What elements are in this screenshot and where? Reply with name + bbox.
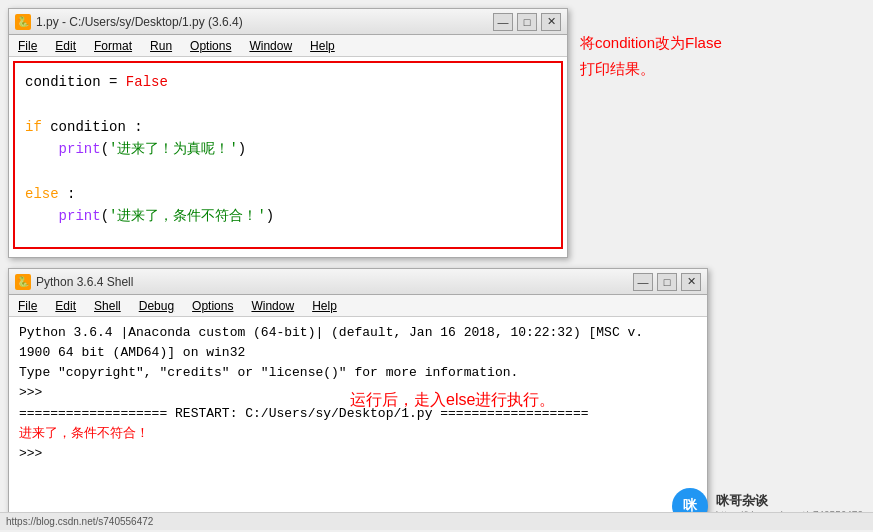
shell-icon: 🐍 (15, 274, 31, 290)
editor-controls: — □ ✕ (493, 13, 561, 31)
shell-title-left: 🐍 Python 3.6.4 Shell (15, 274, 133, 290)
shell-title-text: Python 3.6.4 Shell (36, 275, 133, 289)
editor-icon: 🐍 (15, 14, 31, 30)
annotation-line1: 将condition改为Flase (580, 30, 840, 56)
code-line-2: if condition : (25, 116, 551, 138)
shell-header-2: 1900 64 bit (AMD64)] on win32 (19, 343, 697, 363)
shell-header-1: Python 3.6.4 |Anaconda custom (64-bit)| … (19, 323, 697, 343)
code-line-3: print('进来了！为真呢！') (25, 138, 551, 160)
menu-window[interactable]: Window (246, 38, 295, 54)
code-line-1: condition = False (25, 71, 551, 93)
code-token: ) (238, 138, 246, 160)
bottom-annotation: 运行后，走入else进行执行。 (350, 390, 555, 411)
code-token (25, 205, 59, 227)
code-token-false: False (126, 71, 168, 93)
code-token-else: else (25, 183, 59, 205)
code-line-blank2 (25, 161, 551, 183)
code-token: : (59, 183, 76, 205)
shell-menu-bar: File Edit Shell Debug Options Window Hel… (9, 295, 707, 317)
shell-prompt-2: >>> (19, 444, 697, 464)
code-token: condition = (25, 71, 126, 93)
code-token-print: print (59, 138, 101, 160)
shell-controls: — □ ✕ (633, 273, 701, 291)
menu-format[interactable]: Format (91, 38, 135, 54)
shell-menu-help[interactable]: Help (309, 298, 340, 314)
shell-close-btn[interactable]: ✕ (681, 273, 701, 291)
shell-menu-file[interactable]: File (15, 298, 40, 314)
url-bar: https://blog.csdn.net/s740556472 (0, 512, 873, 530)
code-token: ( (101, 205, 109, 227)
code-token-print2: print (59, 205, 101, 227)
shell-title-bar: 🐍 Python 3.6.4 Shell — □ ✕ (9, 269, 707, 295)
code-token-if: if (25, 116, 42, 138)
menu-file[interactable]: File (15, 38, 40, 54)
editor-window: 🐍 1.py - C:/Users/sy/Desktop/1.py (3.6.4… (8, 8, 568, 258)
editor-title-text: 1.py - C:/Users/sy/Desktop/1.py (3.6.4) (36, 15, 243, 29)
menu-edit[interactable]: Edit (52, 38, 79, 54)
shell-menu-options[interactable]: Options (189, 298, 236, 314)
menu-help[interactable]: Help (307, 38, 338, 54)
watermark-name: 咪哥杂谈 (716, 492, 863, 510)
url-text: https://blog.csdn.net/s740556472 (6, 516, 153, 527)
top-annotation: 将condition改为Flase 打印结果。 (580, 30, 840, 81)
code-token: ) (266, 205, 274, 227)
code-line-blank1 (25, 93, 551, 115)
editor-menu-bar: File Edit Format Run Options Window Help (9, 35, 567, 57)
menu-options[interactable]: Options (187, 38, 234, 54)
shell-menu-debug[interactable]: Debug (136, 298, 177, 314)
editor-title-left: 🐍 1.py - C:/Users/sy/Desktop/1.py (3.6.4… (15, 14, 243, 30)
editor-close-btn[interactable]: ✕ (541, 13, 561, 31)
code-token: condition : (42, 116, 143, 138)
code-token-str: '进来了！为真呢！' (109, 138, 238, 160)
shell-header-3: Type "copyright", "credits" or "license(… (19, 363, 697, 383)
code-editor-area[interactable]: condition = False if condition : print('… (13, 61, 563, 249)
code-line-5: print('进来了，条件不符合！') (25, 205, 551, 227)
editor-minimize-btn[interactable]: — (493, 13, 513, 31)
menu-run[interactable]: Run (147, 38, 175, 54)
annotation-line2: 打印结果。 (580, 56, 840, 82)
shell-output-area[interactable]: Python 3.6.4 |Anaconda custom (64-bit)| … (9, 317, 707, 517)
code-line-4: else : (25, 183, 551, 205)
code-token-str2: '进来了，条件不符合！' (109, 205, 266, 227)
code-token (25, 138, 59, 160)
editor-title-bar: 🐍 1.py - C:/Users/sy/Desktop/1.py (3.6.4… (9, 9, 567, 35)
code-token: ( (101, 138, 109, 160)
shell-menu-shell[interactable]: Shell (91, 298, 124, 314)
shell-minimize-btn[interactable]: — (633, 273, 653, 291)
shell-menu-edit[interactable]: Edit (52, 298, 79, 314)
shell-output-result: 进来了，条件不符合！ (19, 424, 697, 444)
editor-maximize-btn[interactable]: □ (517, 13, 537, 31)
shell-maximize-btn[interactable]: □ (657, 273, 677, 291)
shell-menu-window[interactable]: Window (248, 298, 297, 314)
